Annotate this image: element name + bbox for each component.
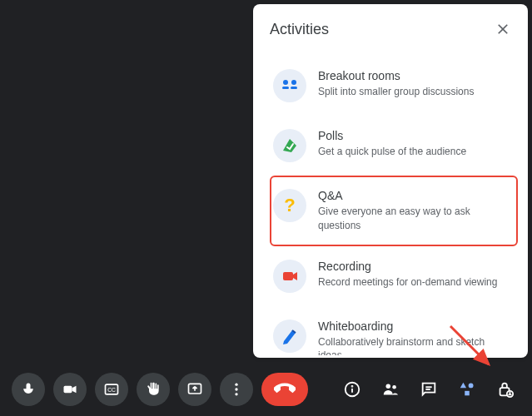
svg-marker-4 (283, 139, 296, 152)
activity-desc: Split into smaller group discussions (318, 85, 510, 99)
activity-desc: Collaboratively brainstorm and sketch id… (318, 335, 510, 355)
mic-button[interactable] (12, 373, 45, 406)
activity-title: Breakout rooms (318, 69, 510, 82)
svg-marker-10 (72, 386, 77, 393)
present-icon (186, 381, 203, 398)
svg-point-19 (352, 386, 353, 387)
activity-body: Whiteboarding Collaboratively brainstorm… (318, 319, 510, 355)
info-icon (343, 380, 361, 399)
activity-polls[interactable]: Polls Get a quick pulse of the audience (270, 116, 518, 176)
polls-icon (273, 129, 306, 162)
activity-title: Polls (318, 129, 510, 142)
svg-point-21 (392, 385, 396, 389)
chat-button[interactable] (414, 374, 444, 404)
breakout-rooms-icon (273, 69, 306, 102)
hand-icon (145, 381, 162, 398)
raise-hand-button[interactable] (137, 373, 170, 406)
more-options-button[interactable] (220, 373, 253, 406)
svg-text:?: ? (284, 196, 295, 215)
svg-point-25 (469, 383, 474, 388)
lock-person-icon (496, 380, 515, 399)
activity-title: Recording (318, 260, 510, 273)
more-icon (228, 381, 245, 398)
qa-icon: ? (273, 189, 306, 222)
recording-icon (273, 260, 306, 293)
activity-body: Breakout rooms Split into smaller group … (318, 69, 510, 102)
svg-rect-3 (291, 87, 297, 89)
activity-body: Polls Get a quick pulse of the audience (318, 129, 510, 162)
activity-whiteboard[interactable]: Whiteboarding Collaboratively brainstorm… (270, 306, 518, 355)
activity-recording[interactable]: Recording Record meetings for on-demand … (270, 246, 518, 306)
camera-button[interactable] (53, 373, 87, 406)
svg-point-16 (235, 393, 237, 395)
present-button[interactable] (178, 373, 211, 406)
svg-marker-7 (293, 272, 297, 280)
bottom-control-bar: CC (0, 373, 532, 406)
svg-text:CC: CC (107, 387, 116, 393)
activity-breakout[interactable]: Breakout rooms Split into smaller group … (270, 56, 518, 116)
activities-list[interactable]: Breakout rooms Split into smaller group … (270, 56, 525, 355)
meeting-info-button[interactable] (337, 374, 367, 404)
people-icon (381, 380, 400, 399)
activity-title: Q&A (318, 189, 510, 202)
close-button[interactable] (491, 17, 515, 41)
svg-point-14 (235, 384, 237, 386)
svg-point-29 (509, 392, 510, 394)
leave-call-button[interactable] (261, 373, 308, 406)
mic-icon (20, 381, 37, 398)
activity-body: Recording Record meetings for on-demand … (318, 260, 510, 293)
activity-qa[interactable]: ? Q&A Give everyone an easy way to ask q… (270, 176, 518, 246)
host-controls-button[interactable] (490, 374, 520, 404)
activity-body: Q&A Give everyone an easy way to ask que… (318, 189, 510, 233)
svg-rect-26 (465, 391, 470, 396)
panel-header: Activities (270, 17, 525, 41)
svg-point-15 (235, 388, 237, 390)
shapes-icon (458, 380, 476, 399)
cc-icon: CC (103, 381, 120, 398)
svg-rect-9 (64, 386, 72, 393)
activity-desc: Give everyone an easy way to ask questio… (318, 205, 510, 233)
people-button[interactable] (375, 374, 405, 404)
svg-rect-2 (282, 87, 289, 89)
svg-rect-6 (283, 272, 293, 280)
close-icon (495, 21, 511, 37)
activity-desc: Record meetings for on-demand viewing (318, 275, 510, 290)
phone-hangup-icon (274, 379, 296, 400)
activities-panel: Activities Breakout rooms Split into sma… (253, 4, 528, 358)
svg-point-0 (283, 80, 288, 85)
svg-marker-24 (460, 383, 466, 388)
svg-point-20 (386, 384, 391, 389)
svg-point-1 (291, 80, 296, 85)
activity-desc: Get a quick pulse of the audience (318, 145, 510, 159)
captions-button[interactable]: CC (95, 373, 128, 406)
chat-icon (420, 380, 438, 399)
whiteboard-icon (273, 319, 306, 353)
activities-button[interactable] (452, 374, 482, 404)
panel-title: Activities (270, 21, 329, 38)
camera-icon (62, 381, 78, 398)
activity-title: Whiteboarding (318, 319, 510, 333)
